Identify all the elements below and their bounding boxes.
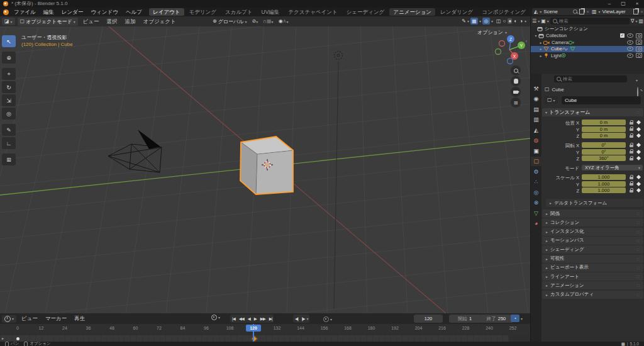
properties-tab-data[interactable]: ▽	[531, 208, 541, 218]
workspace-tab-2[interactable]: スカルプト	[221, 8, 257, 16]
new-view-layer-icon[interactable]	[633, 9, 638, 14]
tool-scale[interactable]: ⇲	[2, 94, 16, 106]
lock-icon[interactable]	[630, 183, 633, 186]
outliner-row-cube[interactable]: ▸Cube	[531, 46, 644, 53]
panel-grip[interactable]: ::	[636, 257, 640, 261]
keyframe-diamond-icon[interactable]	[636, 175, 641, 179]
properties-tab-collection[interactable]: ▣	[531, 146, 541, 155]
viewport-menu-0[interactable]: ビュー	[79, 16, 103, 26]
magnet-icon[interactable]: ∪	[263, 18, 267, 25]
viewport-menu-1[interactable]: 選択	[103, 16, 121, 26]
transform-field-8[interactable]: 1.000	[582, 181, 626, 187]
workspace-tab-4[interactable]: テクスチャペイント	[284, 8, 341, 16]
transform-field-7[interactable]: 1.000	[582, 174, 626, 180]
panel-4[interactable]: ▸シェーディング::	[542, 245, 643, 254]
hide-eye-icon[interactable]	[627, 47, 633, 51]
panel-5[interactable]: ▸可視性::	[542, 255, 643, 263]
lock-icon[interactable]	[630, 135, 633, 138]
panel-grip[interactable]: ::	[636, 274, 640, 279]
editor-type-selector[interactable]: ◪▾	[2, 18, 15, 25]
frame-step-0[interactable]: ◀|	[293, 315, 300, 323]
view-layer-selector[interactable]: ▥▾ ViewLayer ×	[590, 8, 644, 15]
menu-1[interactable]: 編集	[40, 8, 58, 16]
transform-field-3[interactable]: 0°	[582, 142, 626, 148]
orientation-label[interactable]: グローバル	[218, 18, 244, 25]
tool-cursor[interactable]: ⊕	[2, 52, 16, 64]
tool-select-box[interactable]: ↖	[2, 35, 16, 47]
workspace-tab-3[interactable]: UV編集	[258, 8, 284, 16]
keyframe-marker[interactable]	[16, 337, 19, 340]
unlink-scene-icon[interactable]: ×	[586, 9, 589, 14]
viewport-3d[interactable]: ユーザー・透視投影 (120) Collection | Cube オプション …	[0, 26, 530, 313]
hide-eye-icon[interactable]	[627, 40, 633, 45]
rotation-mode-dropdown[interactable]: XYZ オイラー角▾	[582, 165, 643, 170]
lock-icon[interactable]	[630, 151, 633, 153]
panel-6[interactable]: ▸ビューポート表示::	[542, 264, 643, 272]
expand-icon[interactable]: ▸	[538, 47, 543, 51]
properties-tab-object[interactable]: ▢	[531, 157, 541, 166]
panel-grip[interactable]: ::	[636, 293, 640, 297]
object-id-dropdown[interactable]: ▢▾	[545, 96, 558, 104]
transport-0[interactable]: |◀	[230, 315, 237, 323]
keyframe-marker[interactable]	[251, 336, 257, 342]
panel-9[interactable]: ▸カスタムプロパティ::	[542, 291, 643, 299]
properties-options-icon[interactable]: ▾	[636, 78, 638, 82]
filter-funnel-icon[interactable]: ∇	[631, 18, 634, 25]
workspace-tab-0[interactable]: レイアウト	[149, 8, 184, 16]
transport-5[interactable]: ▶|	[267, 315, 274, 323]
viewport-menu-2[interactable]: 追加	[121, 16, 140, 26]
tool-rotate[interactable]: ↻	[2, 81, 16, 93]
keyframe-diamond-icon[interactable]	[636, 156, 641, 160]
sync-mode-button[interactable]: ◔▾	[511, 315, 523, 322]
panel-0[interactable]: ▸関係::	[542, 209, 643, 218]
workspace-tab-7[interactable]: レンダリング	[436, 8, 477, 16]
menu-3[interactable]: ウィンドウ	[87, 8, 122, 16]
expand-icon[interactable]: ▸	[538, 53, 543, 58]
tool-transform[interactable]: ◎	[2, 108, 16, 120]
properties-tab-output[interactable]: ▤	[531, 104, 541, 114]
keying-set-button[interactable]: ▾	[323, 316, 332, 322]
outliner-display-mode-icon[interactable]: ☰	[532, 18, 536, 25]
properties-tab-render[interactable]: ◉	[531, 94, 541, 104]
properties-tab-view-layer[interactable]: ▥	[531, 115, 541, 125]
outliner-filter-mode-icon[interactable]: ▣	[541, 18, 546, 25]
panel-grip[interactable]: ::	[636, 283, 640, 287]
timeline-track[interactable]: ▸	[0, 335, 530, 342]
keyframe-diamond-icon[interactable]	[636, 126, 641, 131]
snap-icon[interactable]: ⊘	[252, 18, 256, 25]
timeline-menu-0[interactable]: ビュー	[18, 313, 42, 324]
transform-field-5[interactable]: 360°	[582, 155, 626, 161]
keyframe-diamond-icon[interactable]	[636, 188, 641, 193]
keyframe-diamond-icon[interactable]	[636, 133, 641, 138]
mode-dropdown[interactable]: ▢ オブジェクトモード ▾	[18, 18, 78, 26]
zoom-icon[interactable]	[511, 65, 521, 75]
hide-eye-icon[interactable]	[627, 33, 633, 38]
object-name-field[interactable]: Cube	[562, 96, 641, 104]
panel-grip[interactable]: ::	[636, 247, 640, 252]
disable-render-icon[interactable]	[636, 47, 642, 52]
panel-3[interactable]: ▸モーションパス::	[542, 237, 643, 245]
properties-tab-particles[interactable]: ∴	[531, 177, 541, 187]
remove-view-layer-icon[interactable]: ×	[640, 9, 643, 14]
playhead-frame-badge[interactable]: 120	[246, 325, 261, 332]
transform-field-0[interactable]: 0 m	[582, 120, 626, 125]
lock-icon[interactable]	[630, 145, 633, 147]
properties-tab-constraints[interactable]: ⊗	[531, 198, 541, 208]
transform-field-4[interactable]: 0°	[582, 149, 626, 155]
menu-2[interactable]: レンダー	[58, 8, 87, 16]
disable-render-icon[interactable]	[636, 33, 642, 38]
tool-move[interactable]: ＋	[2, 68, 16, 80]
transport-3[interactable]: ▶	[252, 315, 258, 323]
disable-render-icon[interactable]	[636, 40, 642, 45]
outliner-options-icon[interactable]: ▥	[638, 18, 643, 25]
properties-tab-scene[interactable]: ◭	[531, 125, 541, 135]
panel-2[interactable]: ▸インスタンス化::	[542, 228, 643, 236]
outliner-row-scene-collection[interactable]: シーンコレクション	[531, 26, 644, 33]
viewport-menu-3[interactable]: オブジェクト	[140, 16, 180, 26]
properties-tab-physics[interactable]: ◎	[531, 187, 541, 197]
expand-icon[interactable]: ▾	[533, 33, 538, 38]
panel-grip[interactable]: ::	[636, 110, 640, 114]
frame-start-field[interactable]: 開始 1	[449, 315, 480, 323]
light-object[interactable]	[335, 52, 343, 60]
transport-1[interactable]: ◀◀	[237, 315, 246, 323]
